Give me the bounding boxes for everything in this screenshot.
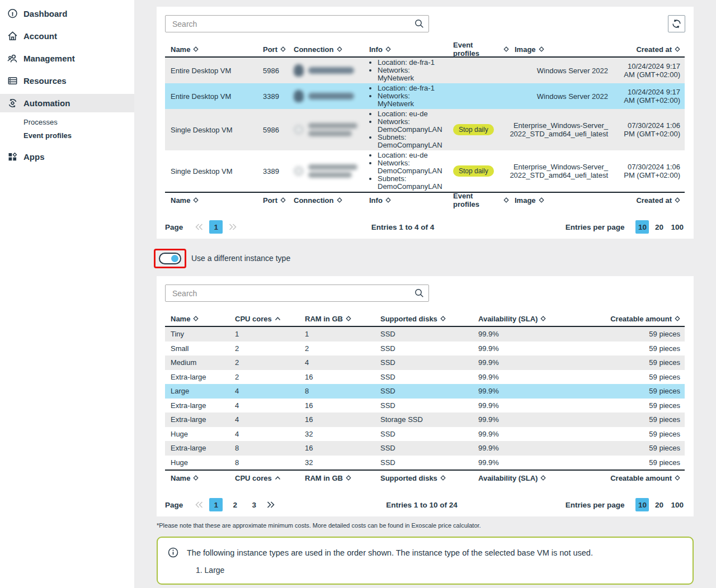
instance-table-row[interactable]: Medium24SSD99.9%59 pieces: [165, 355, 685, 370]
column-header-availability-sla[interactable]: Availability (SLA): [473, 315, 582, 323]
vm-created-at-cell: 07/30/2024 1:06PM (GMT+02:00): [613, 121, 685, 138]
instance-table-row[interactable]: Extra-large416SSD99.9%59 pieces: [165, 399, 685, 413]
sidebar-item-account[interactable]: Account: [0, 27, 134, 45]
vm-table-row[interactable]: Entire Desktop VM3389Location: de-fra-1N…: [165, 83, 685, 109]
sidebar-subitem-processes[interactable]: Processes: [0, 115, 134, 129]
column-header-name[interactable]: Name: [165, 196, 257, 205]
automation-icon: [6, 98, 18, 109]
per-page-option[interactable]: 10: [635, 220, 649, 234]
redacted-text: [308, 123, 357, 136]
instance-table-row[interactable]: Huge832SSD99.9%59 pieces: [165, 456, 685, 470]
sort-icon: [337, 46, 342, 52]
instance-table-row[interactable]: Extra-large216SSD99.9%59 pieces: [165, 370, 685, 385]
column-header-name[interactable]: Name: [165, 315, 229, 323]
pagination-next-button[interactable]: [266, 501, 275, 509]
column-header-connection[interactable]: Connection: [288, 196, 364, 205]
per-page-option[interactable]: 20: [652, 498, 666, 511]
connection-redacted: [294, 123, 357, 136]
column-header-event-profiles[interactable]: Event profiles: [447, 192, 509, 208]
sidebar-item-label: Management: [23, 54, 75, 63]
vm-name-cell: Single Desktop VM: [165, 167, 257, 176]
sidebar-item-label: Resources: [23, 76, 67, 86]
instance-table-row[interactable]: Extra-large416Storage SSD99.9%59 pieces: [165, 412, 685, 427]
column-header-port[interactable]: Port: [257, 196, 288, 205]
instance-search-input[interactable]: [165, 284, 429, 302]
per-page-option[interactable]: 100: [669, 220, 685, 234]
sidebar-item-apps[interactable]: Apps: [0, 148, 134, 166]
search-icon[interactable]: [414, 19, 424, 29]
vm-table-row[interactable]: Single Desktop VM3389Location: eu-deNetw…: [165, 150, 685, 192]
instance-amount-cell: 59 pieces: [582, 415, 685, 424]
instance-table-row[interactable]: Large48SSD99.9%59 pieces: [165, 384, 685, 399]
column-header-name[interactable]: Name: [165, 474, 229, 482]
column-header-created-at[interactable]: Created at: [613, 196, 685, 205]
sidebar-nav: DashboardAccountManagementResourcesAutom…: [0, 4, 134, 166]
sort-icon: [540, 316, 546, 321]
column-header-port[interactable]: Port: [257, 45, 288, 54]
column-label: Name: [171, 45, 190, 54]
sort-icon: [346, 475, 351, 481]
column-header-ram-in-gb[interactable]: RAM in GB: [299, 315, 375, 323]
column-header-cpu-cores[interactable]: CPU cores: [229, 315, 299, 323]
column-header-image[interactable]: Image: [509, 196, 613, 205]
instance-name-cell: Small: [165, 344, 229, 353]
instance-table-row[interactable]: Tiny11SSD99.9%59 pieces: [165, 327, 685, 342]
per-page-option[interactable]: 20: [652, 220, 666, 234]
column-header-cpu-cores[interactable]: CPU cores: [229, 474, 299, 482]
column-header-name[interactable]: Name: [165, 45, 257, 54]
vm-created-at-cell: 07/30/2024 1:06PM (GMT+02:00): [613, 163, 685, 179]
search-icon[interactable]: [414, 288, 424, 298]
instance-disks-cell: SSD: [375, 430, 473, 438]
sort-icon: [385, 46, 391, 52]
instance-type-order-list: 1. Large: [196, 565, 681, 575]
column-header-info[interactable]: Info: [364, 45, 447, 54]
refresh-button[interactable]: [668, 15, 685, 32]
info-item: Networks: DemoCompanyLAN: [378, 159, 447, 175]
column-label: CPU cores: [235, 474, 272, 482]
sidebar-submenu: ProcessesEvent profiles: [0, 115, 134, 142]
per-page-label: Entries per page: [566, 223, 625, 231]
instance-sla-cell: 99.9%: [473, 387, 582, 395]
info-list: Location: de-fra-1Networks: MyNetwerk: [369, 59, 447, 82]
column-header-creatable-amount[interactable]: Creatable amount: [582, 474, 685, 482]
per-page-option[interactable]: 10: [635, 498, 649, 511]
instance-cpu-cell: 1: [229, 330, 299, 338]
page-number-button[interactable]: 1: [209, 220, 223, 234]
per-page-option[interactable]: 100: [669, 498, 685, 511]
column-header-availability-sla[interactable]: Availability (SLA): [473, 474, 582, 482]
column-header-ram-in-gb[interactable]: RAM in GB: [299, 474, 375, 482]
column-label: Supported disks: [380, 474, 437, 482]
vm-table-row[interactable]: Entire Desktop VM5986Location: de-fra-1N…: [165, 58, 685, 83]
instance-amount-cell: 59 pieces: [582, 330, 685, 338]
sidebar-subitem-event-profiles[interactable]: Event profiles: [0, 129, 134, 142]
instance-table-row[interactable]: Huge432SSD99.9%59 pieces: [165, 427, 685, 442]
column-header-creatable-amount[interactable]: Creatable amount: [582, 315, 685, 323]
instance-table-row[interactable]: Extra-large816SSD99.9%59 pieces: [165, 441, 685, 456]
page-number-button[interactable]: 2: [228, 498, 242, 511]
vm-connection-cell: [288, 64, 364, 77]
info-item: Location: de-fra-1: [378, 84, 447, 92]
column-header-supported-disks[interactable]: Supported disks: [375, 474, 473, 482]
server-icon: [6, 75, 18, 87]
column-header-image[interactable]: Image: [509, 45, 613, 54]
instance-sla-cell: 99.9%: [473, 373, 582, 381]
page-number-button[interactable]: 1: [209, 498, 223, 511]
instance-sla-cell: 99.9%: [473, 444, 582, 452]
sidebar-item-resources[interactable]: Resources: [0, 72, 134, 90]
column-label: Event profiles: [453, 192, 501, 208]
page-number-button[interactable]: 3: [247, 498, 261, 511]
sidebar-item-management[interactable]: Management: [0, 49, 134, 68]
instance-type-toggle[interactable]: [159, 253, 181, 264]
instance-table-row[interactable]: Small22SSD99.9%59 pieces: [165, 342, 685, 356]
column-header-supported-disks[interactable]: Supported disks: [375, 315, 473, 323]
vm-search-input[interactable]: [165, 15, 429, 32]
sidebar-item-dashboard[interactable]: Dashboard: [0, 4, 134, 23]
sidebar-item-automation[interactable]: Automation: [0, 94, 134, 112]
instance-amount-cell: 59 pieces: [582, 358, 685, 367]
column-header-event-profiles[interactable]: Event profiles: [447, 41, 509, 58]
column-header-info[interactable]: Info: [364, 196, 447, 205]
image-name: Enterprise_Windows-Server_2022_STD_amd64…: [510, 163, 608, 179]
vm-table-row[interactable]: Single Desktop VM5986Location: eu-deNetw…: [165, 109, 685, 150]
column-header-created-at[interactable]: Created at: [613, 45, 685, 54]
column-header-connection[interactable]: Connection: [288, 45, 364, 54]
